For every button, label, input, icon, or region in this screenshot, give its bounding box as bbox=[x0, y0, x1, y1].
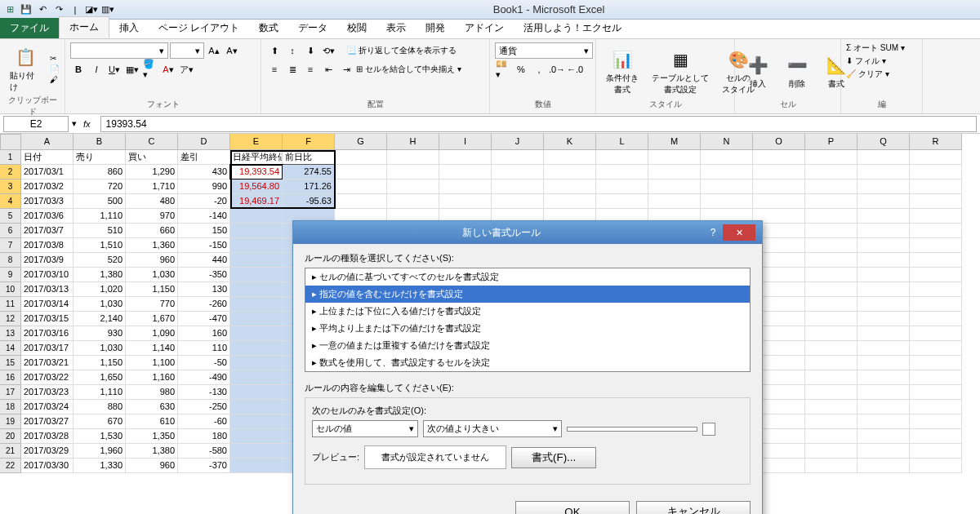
col-header[interactable]: Q bbox=[858, 134, 910, 150]
cell[interactable] bbox=[858, 459, 910, 473]
cell[interactable]: 1,140 bbox=[126, 341, 178, 356]
row-header[interactable]: 21 bbox=[0, 444, 21, 459]
col-header[interactable]: R bbox=[910, 134, 962, 150]
tab-data[interactable]: データ bbox=[288, 18, 337, 38]
cell[interactable]: 1,350 bbox=[126, 429, 178, 444]
cell[interactable] bbox=[910, 224, 962, 238]
cell[interactable]: 520 bbox=[74, 253, 126, 268]
cell[interactable] bbox=[230, 224, 283, 238]
cell[interactable]: 610 bbox=[126, 414, 178, 429]
cell[interactable] bbox=[492, 165, 544, 179]
cell[interactable] bbox=[805, 341, 858, 356]
fill-button[interactable]: ⬇ フィル ▾ bbox=[846, 55, 886, 67]
cell[interactable] bbox=[701, 179, 753, 194]
row-header[interactable]: 1 bbox=[0, 150, 21, 165]
cell[interactable] bbox=[805, 444, 858, 459]
cell[interactable]: -260 bbox=[178, 297, 230, 312]
cell[interactable]: -470 bbox=[178, 312, 230, 326]
insert-cell-button[interactable]: ➕挿入 bbox=[740, 51, 776, 91]
cell[interactable] bbox=[858, 400, 910, 414]
cell[interactable] bbox=[387, 165, 439, 179]
cell[interactable] bbox=[230, 385, 283, 400]
cell[interactable]: 19,469.17 bbox=[230, 194, 283, 209]
bold-button[interactable]: B bbox=[70, 61, 87, 78]
tab-formula[interactable]: 数式 bbox=[249, 18, 288, 38]
cell[interactable] bbox=[805, 370, 858, 385]
cell[interactable] bbox=[701, 150, 753, 165]
cell[interactable] bbox=[230, 312, 283, 326]
redo-icon[interactable]: ↷ bbox=[52, 3, 65, 16]
cell[interactable]: 2017/03/17 bbox=[21, 341, 74, 356]
cell[interactable]: 1,150 bbox=[74, 356, 126, 370]
cell[interactable] bbox=[858, 179, 910, 194]
cell[interactable] bbox=[230, 429, 283, 444]
indent-inc-icon[interactable]: ⇥ bbox=[338, 61, 354, 78]
cancel-button[interactable]: キャンセル bbox=[636, 501, 751, 514]
tab-layout[interactable]: ページ レイアウト bbox=[149, 18, 249, 38]
cell[interactable] bbox=[753, 194, 805, 209]
cell[interactable] bbox=[858, 224, 910, 238]
clear-button[interactable]: 🧹 クリア ▾ bbox=[846, 69, 889, 80]
cell[interactable] bbox=[492, 179, 544, 194]
cell[interactable]: 1,650 bbox=[74, 370, 126, 385]
cell[interactable] bbox=[910, 312, 962, 326]
cell[interactable]: 630 bbox=[126, 400, 178, 414]
cell[interactable] bbox=[753, 179, 805, 194]
cell[interactable]: 2017/03/7 bbox=[21, 224, 74, 238]
cell[interactable]: 2017/03/1 bbox=[21, 165, 74, 179]
cell[interactable] bbox=[648, 194, 701, 209]
row-header[interactable]: 4 bbox=[0, 194, 21, 209]
cell[interactable]: 2017/03/10 bbox=[21, 268, 74, 282]
row-header[interactable]: 14 bbox=[0, 341, 21, 356]
cell[interactable]: -490 bbox=[178, 370, 230, 385]
col-header[interactable]: N bbox=[701, 134, 753, 150]
cell[interactable] bbox=[805, 165, 858, 179]
cell[interactable]: 660 bbox=[126, 224, 178, 238]
cell[interactable] bbox=[805, 326, 858, 341]
cell[interactable] bbox=[648, 165, 701, 179]
cell[interactable]: 1,030 bbox=[74, 297, 126, 312]
cut-icon[interactable]: ✂ bbox=[50, 54, 60, 63]
inc-decimal-icon[interactable]: .0→ bbox=[549, 61, 565, 78]
cell[interactable] bbox=[230, 356, 283, 370]
cell[interactable]: 171.26 bbox=[283, 179, 335, 194]
cell[interactable] bbox=[753, 165, 805, 179]
cell[interactable] bbox=[910, 194, 962, 209]
cell[interactable] bbox=[805, 400, 858, 414]
row-header[interactable]: 17 bbox=[0, 385, 21, 400]
cell[interactable]: 1,710 bbox=[126, 179, 178, 194]
cell[interactable] bbox=[805, 253, 858, 268]
cell[interactable] bbox=[544, 150, 596, 165]
cell[interactable] bbox=[753, 150, 805, 165]
fx-icon[interactable]: fx bbox=[77, 119, 97, 129]
cell[interactable]: 2017/03/16 bbox=[21, 326, 74, 341]
cell[interactable]: 130 bbox=[178, 282, 230, 297]
cell[interactable] bbox=[858, 414, 910, 429]
percent-icon[interactable]: % bbox=[513, 61, 529, 78]
cell[interactable] bbox=[439, 165, 492, 179]
cell[interactable] bbox=[439, 179, 492, 194]
qat-custom-icon[interactable]: ◪▾ bbox=[85, 3, 98, 16]
cell[interactable]: 1,670 bbox=[126, 312, 178, 326]
undo-icon[interactable]: ↶ bbox=[36, 3, 49, 16]
cell[interactable]: -20 bbox=[178, 194, 230, 209]
cell[interactable]: -150 bbox=[178, 238, 230, 253]
cell[interactable] bbox=[544, 194, 596, 209]
cell[interactable] bbox=[230, 209, 283, 224]
cell[interactable]: -140 bbox=[178, 209, 230, 224]
cell[interactable] bbox=[858, 209, 910, 224]
cell[interactable]: 2017/03/2 bbox=[21, 179, 74, 194]
condition-target-select[interactable]: セルの値▾ bbox=[312, 420, 418, 437]
align-top-icon[interactable]: ⬆ bbox=[266, 42, 283, 59]
cell[interactable] bbox=[910, 370, 962, 385]
fill-color-button[interactable]: 🪣▾ bbox=[142, 61, 158, 78]
cell[interactable]: 1,960 bbox=[74, 444, 126, 459]
col-header[interactable]: C bbox=[126, 134, 178, 150]
cell[interactable] bbox=[910, 150, 962, 165]
cell[interactable]: -130 bbox=[178, 385, 230, 400]
cell[interactable]: 990 bbox=[178, 179, 230, 194]
cell[interactable] bbox=[439, 150, 492, 165]
cell[interactable]: 970 bbox=[126, 209, 178, 224]
cell[interactable]: 960 bbox=[126, 459, 178, 473]
cell[interactable]: 180 bbox=[178, 429, 230, 444]
